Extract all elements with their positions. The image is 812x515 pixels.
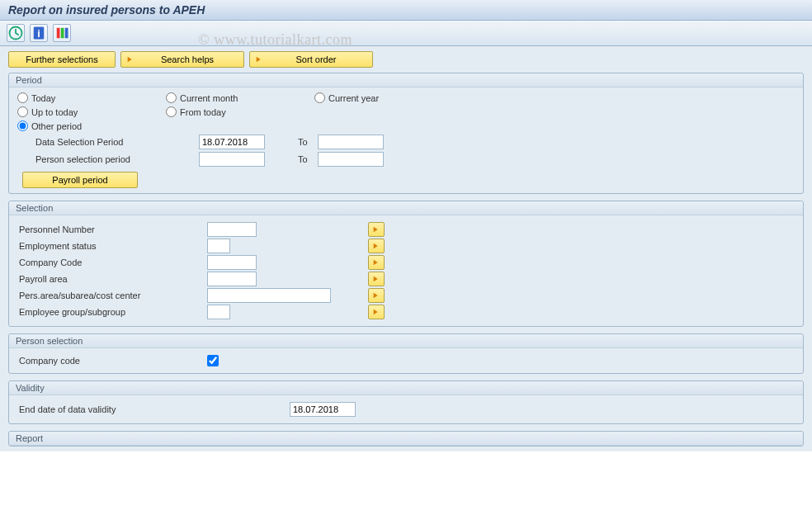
multiple-selection-button[interactable] xyxy=(368,272,385,286)
report-title: Report xyxy=(9,432,803,446)
multiple-selection-button[interactable] xyxy=(368,239,385,253)
selection-row: Employment status xyxy=(17,239,795,253)
period-title: Period xyxy=(9,73,803,87)
multiple-selection-button[interactable] xyxy=(368,305,385,319)
selection-input[interactable] xyxy=(207,239,230,253)
company-code-checkbox[interactable] xyxy=(207,355,219,366)
page-title: Report on insured persons to APEH xyxy=(8,3,205,17)
arrow-right-icon xyxy=(372,242,380,250)
radio-current-year[interactable]: Current year xyxy=(314,92,446,103)
search-helps-button[interactable]: Search helps xyxy=(120,51,244,68)
data-selection-from-input[interactable] xyxy=(199,135,265,149)
title-bar: Report on insured persons to APEH xyxy=(0,0,812,21)
arrow-right-icon xyxy=(372,225,380,234)
selection-input[interactable] xyxy=(207,222,257,237)
payroll-period-button[interactable]: Payroll period xyxy=(22,172,138,188)
arrow-right-icon xyxy=(372,291,380,300)
search-helps-label: Search helps xyxy=(139,54,235,64)
end-date-validity-input[interactable] xyxy=(290,402,356,417)
arrow-right-icon xyxy=(372,258,380,267)
person-selection-title: Person selection xyxy=(9,334,803,348)
radio-up-to-today[interactable]: Up to today xyxy=(17,106,149,117)
selection-row: Company Code xyxy=(17,255,795,270)
further-selections-button[interactable]: Further selections xyxy=(8,51,116,68)
svg-text:i: i xyxy=(37,28,40,40)
variant-icon[interactable] xyxy=(53,24,71,42)
selection-input[interactable] xyxy=(207,255,257,270)
person-selection-to-input[interactable] xyxy=(318,152,384,167)
data-selection-to-input[interactable] xyxy=(318,135,384,149)
selection-label: Pers.area/subarea/cost center xyxy=(17,291,207,300)
selection-label: Personnel Number xyxy=(17,224,207,234)
svg-rect-4 xyxy=(61,28,64,39)
selection-row: Payroll area xyxy=(17,272,795,286)
person-selection-from-input[interactable] xyxy=(199,152,265,167)
selection-label: Employment status xyxy=(17,241,207,251)
selection-label: Employee group/subgroup xyxy=(17,307,207,317)
arrow-right-icon xyxy=(126,55,135,64)
selection-input[interactable] xyxy=(207,305,230,319)
selection-input[interactable] xyxy=(207,272,257,286)
person-selection-group: Person selection Company code xyxy=(8,333,804,374)
execute-icon[interactable] xyxy=(7,24,25,42)
further-selections-label: Further selections xyxy=(26,54,97,64)
validity-title: Validity xyxy=(9,381,803,395)
multiple-selection-button[interactable] xyxy=(368,255,385,270)
multiple-selection-button[interactable] xyxy=(368,288,385,303)
data-selection-label: Data Selection Period xyxy=(17,137,199,147)
selection-label: Company Code xyxy=(17,258,207,267)
svg-rect-3 xyxy=(57,28,60,39)
arrow-right-icon xyxy=(372,275,380,283)
company-code-label: Company code xyxy=(17,356,207,366)
report-group: Report xyxy=(8,431,804,446)
arrow-right-icon xyxy=(372,308,380,316)
period-group: Period Today Current month Current year … xyxy=(8,73,804,194)
selection-label: Payroll area xyxy=(17,274,207,284)
selection-row: Pers.area/subarea/cost center xyxy=(17,288,795,303)
arrow-right-icon xyxy=(255,55,263,64)
action-row: Further selections Search helps Sort ord… xyxy=(8,51,804,68)
sort-order-label: Sort order xyxy=(268,54,364,64)
info-icon[interactable]: i xyxy=(30,24,48,42)
selection-group: Selection Personnel NumberEmployment sta… xyxy=(8,201,804,327)
selection-row: Personnel Number xyxy=(17,222,795,237)
radio-today[interactable]: Today xyxy=(17,92,149,103)
to-label-2: To xyxy=(298,154,308,164)
to-label: To xyxy=(298,137,308,147)
radio-other-period[interactable]: Other period xyxy=(17,120,149,131)
toolbar: i xyxy=(0,21,812,46)
multiple-selection-button[interactable] xyxy=(368,222,385,237)
radio-current-month[interactable]: Current month xyxy=(166,92,298,103)
end-date-validity-label: End date of data validity xyxy=(17,404,290,414)
selection-title: Selection xyxy=(9,201,803,215)
sort-order-button[interactable]: Sort order xyxy=(249,51,373,68)
radio-from-today[interactable]: From today xyxy=(166,106,298,117)
svg-rect-5 xyxy=(65,28,68,39)
selection-input[interactable] xyxy=(207,288,331,303)
validity-group: Validity End date of data validity xyxy=(8,380,804,424)
selection-row: Employee group/subgroup xyxy=(17,305,795,319)
content-area: Further selections Search helps Sort ord… xyxy=(0,46,812,451)
person-selection-label: Person selection period xyxy=(17,154,199,164)
